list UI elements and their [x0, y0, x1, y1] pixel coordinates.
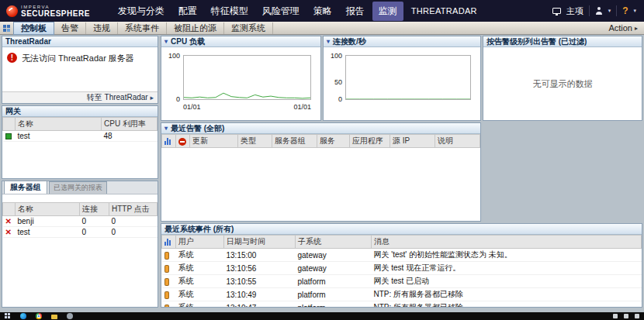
gateways-panel: 网关 名称 CPU 利用率 test 48 [2, 105, 158, 179]
collapse-icon[interactable]: ▾ [327, 36, 330, 46]
x-tick: 01/01 [293, 103, 311, 111]
menu-item-reports[interactable]: 报告 [340, 2, 371, 21]
alerts-source-ip-column: 源 IP [390, 135, 435, 148]
tray-icon[interactable] [613, 314, 618, 318]
connections-panel-title: 连接数/秒 [333, 36, 366, 46]
settings-icon[interactable] [67, 313, 73, 319]
menu-item-threatradar[interactable]: THREATRADAR [405, 3, 483, 19]
event-row[interactable]: 系统 13:10:55 platform 网关 test 已启动 [162, 275, 642, 288]
sg-connections: 0 [80, 227, 109, 238]
severity-icon [164, 291, 169, 299]
server-group-row[interactable]: ✕ benji 0 0 [3, 216, 158, 227]
sg-status-column [3, 203, 16, 216]
events-subsystem-column: 子系统 [296, 236, 372, 249]
event-datetime: 13:15:00 [224, 249, 296, 262]
event-message: 网关 test 已启动 [372, 275, 642, 288]
menu-item-setup[interactable]: 配置 [172, 2, 203, 21]
tray-icon[interactable] [624, 314, 628, 318]
event-datetime: 13:10:49 [224, 288, 296, 301]
alerts-chart-column [162, 135, 176, 148]
chrome-icon[interactable] [36, 313, 42, 319]
no-data-message: 无可显示的数据 [483, 48, 642, 120]
tab-alerts[interactable]: 告警 [54, 22, 86, 34]
event-subsystem: platform [296, 275, 372, 288]
main-menu: 发现与分类 配置 特征模型 风险管理 策略 报告 监测 THREATRADAR [112, 2, 483, 21]
event-row[interactable]: 系统 13:10:47 platform NTP: 所有服务器都已移除 [162, 301, 642, 308]
event-user: 系统 [176, 288, 224, 301]
sg-http-hits: 0 [109, 227, 158, 238]
gateway-row[interactable]: test 48 [3, 131, 158, 142]
workspace-tabbar: 控制板 告警 违规 系统事件 被阻止的源 监测系统 Action ▸ [0, 22, 644, 35]
user-caret-icon[interactable]: ▾ [608, 8, 611, 14]
sg-connections-column: 连接 [80, 203, 109, 216]
event-user: 系统 [176, 249, 224, 262]
y-tick: 100 [161, 52, 180, 60]
menu-item-risk-management[interactable]: 风险管理 [256, 2, 306, 21]
severity-icon [164, 265, 169, 273]
sg-connections: 0 [80, 216, 109, 227]
recent-system-events-panel: 最近系统事件 (所有) 用户 日期与时间 子系统 消息 系统 13:15:00 … [161, 223, 642, 308]
recent-events-title: 最近系统事件 (所有) [164, 224, 234, 234]
tab-selected-gateway-report[interactable]: 已选网关的报表 [49, 181, 107, 194]
gateway-cpu: 48 [102, 131, 158, 142]
tab-dashboard[interactable]: 控制板 [13, 22, 54, 35]
gateway-status-icon [5, 133, 12, 139]
event-user: 系统 [176, 275, 224, 288]
gateways-cpu-column: CPU 利用率 [102, 118, 158, 131]
user-icon[interactable] [595, 7, 603, 15]
grid-icon[interactable] [3, 25, 10, 32]
file-explorer-icon[interactable] [51, 315, 57, 319]
menu-item-profiles[interactable]: 特征模型 [205, 2, 254, 21]
cpu-load-panel-title: CPU 负载 [171, 36, 205, 46]
gateways-panel-title: 网关 [5, 106, 21, 116]
tab-system-events[interactable]: 系统事件 [118, 22, 167, 34]
sg-name: benji [16, 216, 80, 227]
y-tick: 0 [161, 95, 180, 103]
browser-icon[interactable] [20, 313, 26, 319]
tab-server-groups[interactable]: 服务器组 [4, 181, 47, 194]
y-tick: 0 [324, 95, 342, 103]
server-group-row[interactable]: ✕ test 0 0 [3, 227, 158, 238]
cpu-load-chart: 100 0 01/01 01/01 [161, 48, 320, 120]
start-button-icon[interactable] [5, 313, 11, 319]
alerts-updated-column: 更新 [190, 135, 238, 148]
recent-alerts-table: 更新 类型 服务器组 服务 应用程序 源 IP 说明 [161, 134, 480, 148]
offline-cross-icon: ✕ [5, 217, 12, 225]
brand-securesphere: SECURESPHERE [21, 10, 90, 18]
action-menu-button[interactable]: Action ▸ [608, 23, 644, 33]
goto-threatradar-link[interactable]: 转至 ThreatRadar ▸ [2, 91, 158, 103]
recent-events-table: 用户 日期与时间 子系统 消息 系统 13:15:00 gateway 网关 '… [161, 235, 642, 308]
event-row[interactable]: 系统 13:15:00 gateway 网关 'test' 的初始性能监测状态为… [162, 249, 642, 262]
event-subsystem: gateway [296, 262, 372, 275]
connections-chart: 100 50 0 [324, 48, 480, 120]
gateways-panel-header: 网关 [2, 106, 158, 117]
divider [616, 5, 617, 16]
sg-http-hits: 0 [109, 216, 158, 227]
dashboard-screen-icon[interactable] [552, 8, 561, 14]
help-caret-icon[interactable]: ▾ [633, 8, 636, 14]
tab-monitoring-system[interactable]: 监测系统 [224, 22, 273, 34]
events-datetime-column: 日期与时间 [224, 236, 296, 249]
tab-violations[interactable]: 违规 [86, 22, 118, 34]
tab-blocked-sources[interactable]: 被阻止的源 [167, 22, 224, 34]
event-subsystem: platform [296, 288, 372, 301]
alerts-by-severity-title: 按告警级别列出告警 (已过滤) [486, 36, 587, 46]
imperva-logo: IMPERVA SECURESPHERE [0, 5, 98, 18]
event-row[interactable]: 系统 13:10:49 platform NTP: 所有服务器都已移除 [162, 288, 642, 301]
menu-item-policies[interactable]: 策略 [307, 2, 338, 21]
collapse-icon[interactable]: ▾ [164, 123, 168, 133]
help-icon[interactable]: ? [622, 5, 628, 16]
event-datetime: 13:10:47 [224, 301, 296, 308]
gateway-name: test [16, 131, 102, 142]
threatradar-panel: ThreatRadar ! 无法访问 ThreatRadar 服务器 转至 Th… [2, 36, 158, 104]
collapse-icon[interactable]: ▾ [164, 36, 168, 46]
bar-chart-icon [164, 239, 172, 246]
home-label[interactable]: 主项 [566, 5, 583, 17]
tray-icon[interactable] [635, 314, 639, 318]
threatradar-panel-header: ThreatRadar [2, 36, 158, 47]
event-row[interactable]: 系统 13:10:56 gateway 网关 test 现在正常运行。 [162, 262, 642, 275]
imperva-logo-icon [6, 5, 18, 17]
menu-item-monitor[interactable]: 监测 [372, 2, 403, 21]
severity-icon [164, 278, 169, 286]
menu-item-discovery-classification[interactable]: 发现与分类 [112, 2, 171, 21]
